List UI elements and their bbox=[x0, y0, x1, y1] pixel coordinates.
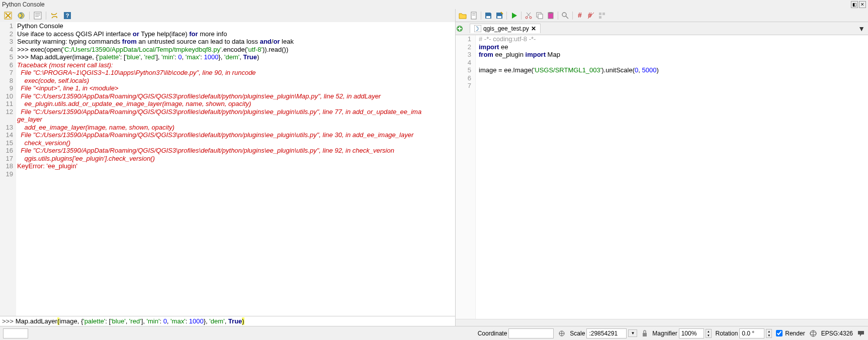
magnifier-up-icon[interactable]: ▲ bbox=[706, 329, 711, 333]
svg-rect-13 bbox=[497, 16, 501, 18]
add-tab-icon[interactable] bbox=[456, 25, 468, 33]
python-file-icon bbox=[474, 25, 481, 32]
rotation-down-icon[interactable]: ▼ bbox=[766, 333, 771, 337]
svg-rect-27 bbox=[599, 16, 601, 19]
settings-icon[interactable] bbox=[49, 11, 59, 21]
panel-title: Python Console bbox=[2, 1, 45, 8]
object-inspector-icon[interactable] bbox=[598, 12, 606, 20]
console-toolbar: ? bbox=[0, 9, 455, 22]
svg-rect-17 bbox=[538, 14, 543, 19]
run-command-icon[interactable] bbox=[16, 11, 26, 21]
console-output[interactable]: 12345678910111213141516171819 Python Con… bbox=[0, 22, 455, 316]
tab-label: qgis_gee_test.py bbox=[483, 25, 529, 32]
epsg-label[interactable]: EPSG:4326 bbox=[821, 330, 853, 337]
svg-rect-31 bbox=[643, 333, 647, 336]
editor-toolbar: # # bbox=[456, 9, 868, 22]
svg-point-15 bbox=[530, 17, 532, 19]
svg-line-21 bbox=[566, 16, 568, 19]
comment-icon[interactable]: # bbox=[576, 12, 584, 20]
svg-rect-3 bbox=[34, 12, 41, 19]
scale-input[interactable] bbox=[586, 328, 627, 338]
editor-scrollbar[interactable] bbox=[456, 319, 868, 326]
undock-icon[interactable]: ◧ bbox=[851, 1, 858, 8]
svg-rect-25 bbox=[599, 13, 601, 15]
crs-icon[interactable] bbox=[809, 329, 817, 337]
console-input[interactable]: Map.addLayer(image, {'palette': ['blue',… bbox=[16, 317, 453, 325]
scale-dropdown-icon[interactable]: ▼ bbox=[628, 329, 637, 337]
prompt-label: >>> bbox=[2, 317, 14, 325]
rotation-up-icon[interactable]: ▲ bbox=[766, 329, 771, 333]
paste-icon[interactable] bbox=[547, 12, 555, 20]
messages-icon[interactable] bbox=[857, 329, 865, 337]
svg-rect-29 bbox=[474, 25, 481, 32]
cut-icon[interactable] bbox=[525, 12, 533, 20]
svg-point-14 bbox=[526, 17, 528, 19]
new-file-icon[interactable] bbox=[470, 12, 478, 20]
svg-text:#: # bbox=[578, 12, 582, 19]
code-editor[interactable]: 1234567 # -*- coding:utf-8 -*-import eef… bbox=[456, 35, 868, 319]
save-icon[interactable] bbox=[484, 12, 492, 20]
svg-rect-19 bbox=[549, 12, 552, 14]
rotation-input[interactable] bbox=[739, 328, 764, 338]
svg-rect-12 bbox=[486, 16, 490, 18]
close-tab-icon[interactable]: ✕ bbox=[531, 25, 536, 32]
svg-rect-9 bbox=[471, 12, 476, 19]
rotation-label: Rotation bbox=[716, 330, 738, 337]
magnifier-label: Magnifier bbox=[652, 330, 677, 337]
run-script-icon[interactable] bbox=[510, 12, 518, 20]
show-editor-icon[interactable] bbox=[33, 11, 43, 21]
close-panel-icon[interactable]: ✕ bbox=[859, 1, 866, 8]
magnifier-input[interactable] bbox=[679, 328, 704, 338]
find-icon[interactable] bbox=[561, 12, 569, 20]
coordinate-input[interactable] bbox=[508, 328, 554, 338]
scale-label: Scale bbox=[570, 330, 585, 337]
scale-lock-icon[interactable] bbox=[641, 330, 648, 337]
help-icon[interactable]: ? bbox=[62, 11, 72, 21]
svg-point-20 bbox=[562, 13, 566, 17]
render-checkbox[interactable] bbox=[776, 330, 783, 336]
clear-console-icon[interactable] bbox=[3, 11, 13, 21]
toggle-extents-icon[interactable] bbox=[558, 329, 566, 337]
render-label: Render bbox=[785, 330, 805, 337]
copy-icon[interactable] bbox=[536, 12, 544, 20]
status-bar: Coordinate Scale ▼ Magnifier ▲▼ Rotation… bbox=[0, 326, 868, 340]
tab-editor-file[interactable]: qgis_gee_test.py ✕ bbox=[470, 24, 541, 33]
uncomment-icon[interactable]: # bbox=[587, 12, 595, 20]
magnifier-down-icon[interactable]: ▼ bbox=[706, 333, 711, 337]
tab-dropdown-icon[interactable]: ▼ bbox=[858, 25, 865, 33]
svg-rect-26 bbox=[602, 13, 605, 15]
locator-input[interactable] bbox=[3, 328, 28, 338]
save-as-icon[interactable] bbox=[495, 12, 503, 20]
coordinate-label: Coordinate bbox=[478, 330, 507, 337]
open-file-icon[interactable] bbox=[459, 12, 467, 20]
svg-text:?: ? bbox=[66, 13, 69, 19]
